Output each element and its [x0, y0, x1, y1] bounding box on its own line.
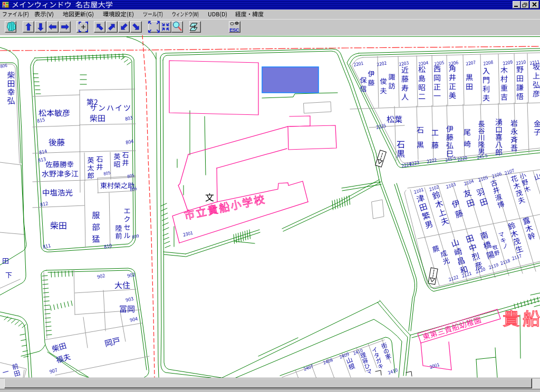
svg-text:ESC: ESC — [229, 27, 239, 33]
